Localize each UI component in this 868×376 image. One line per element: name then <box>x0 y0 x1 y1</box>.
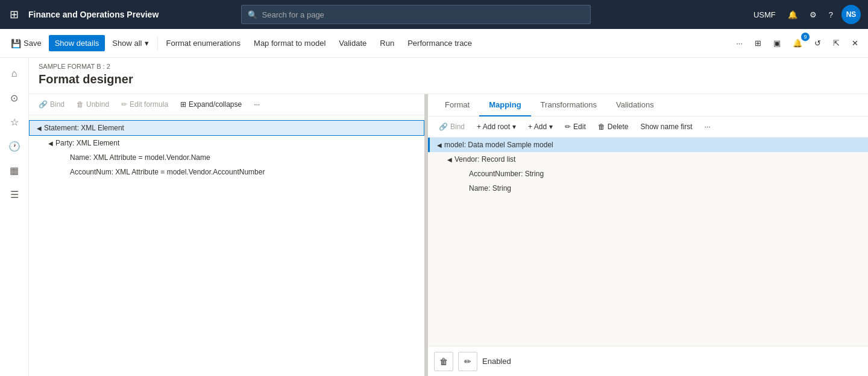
mapping-item-label: Name: String <box>469 184 511 193</box>
search-bar[interactable]: 🔍 <box>241 5 591 24</box>
tab-mapping[interactable]: Mapping <box>479 94 530 116</box>
breadcrumb-area: SAMPLE FORMAT B : 2 Format designer <box>29 58 868 94</box>
format-enumerations-button[interactable]: Format enumerations <box>160 35 247 51</box>
pencil-icon: ✏ <box>565 123 571 131</box>
app-options-icon[interactable]: ⊞ <box>750 35 766 51</box>
left-sidebar: ⌂ ⊙ ☆ 🕐 ▦ ☰ <box>0 58 29 376</box>
unbind-button[interactable]: 🗑 Unbind <box>72 98 114 111</box>
mapping-tree-item[interactable]: ◀ Vendor: Record list <box>428 152 868 167</box>
mapping-toolbar: 🔗 Bind + Add root ▾ + Add ▾ ✏ Edit <box>428 116 868 138</box>
badge-icon[interactable]: 🔔9 <box>788 35 807 51</box>
settings-icon[interactable]: ⚙ <box>806 8 820 22</box>
tab-format[interactable]: Format <box>435 94 479 116</box>
content-area: SAMPLE FORMAT B : 2 Format designer 🔗 Bi… <box>29 58 868 376</box>
format-tree: ◀ Statement: XML Element ◀ Party: XML El… <box>29 115 424 376</box>
tree-item-label: AccountNum: XML Attribute = model.Vendor… <box>70 168 265 176</box>
sidebar-list-icon[interactable]: ☰ <box>4 183 25 205</box>
bottom-edit-button[interactable]: ✏ <box>458 352 477 371</box>
bottom-delete-button[interactable]: 🗑 <box>434 352 453 371</box>
sidebar-workspaces-icon[interactable]: ▦ <box>4 159 25 181</box>
save-icon: 💾 <box>11 39 21 48</box>
tree-item[interactable]: ◀ Statement: XML Element <box>29 120 424 136</box>
pencil-icon: ✏ <box>121 100 127 109</box>
notification-icon[interactable]: 🔔 <box>784 8 801 22</box>
help-icon[interactable]: ? <box>825 8 837 22</box>
bottom-strip: 🗑 ✏ Enabled <box>428 346 868 376</box>
tab-validations[interactable]: Validations <box>606 94 664 116</box>
avatar[interactable]: NS <box>841 5 861 24</box>
format-more-button[interactable]: ··· <box>249 98 265 111</box>
tree-toggle-collapse[interactable]: ◀ <box>34 123 44 133</box>
edit-button[interactable]: ✏ Edit <box>560 120 591 133</box>
nav-right-area: USMF 🔔 ⚙ ? NS <box>750 5 861 24</box>
page-title: Format designer <box>39 70 858 91</box>
status-label: Enabled <box>482 357 511 366</box>
tree-item[interactable]: ▶ Name: XML Attribute = model.Vendor.Nam… <box>29 150 424 165</box>
tree-item-label: Party: XML Element <box>55 139 119 147</box>
separator-1 <box>157 36 158 51</box>
sidebar-recent-icon[interactable]: 🕐 <box>4 135 25 157</box>
breadcrumb: SAMPLE FORMAT B : 2 <box>39 63 858 70</box>
validate-button[interactable]: Validate <box>333 35 373 51</box>
designer-area: 🔗 Bind 🗑 Unbind ✏ Edit formula ⊞ Expand/… <box>29 94 868 376</box>
add-root-button[interactable]: + Add root ▾ <box>472 120 521 133</box>
search-input[interactable] <box>262 10 584 19</box>
show-all-button[interactable]: Show all ▾ <box>106 35 154 51</box>
expand-collapse-button[interactable]: ⊞ Expand/collapse <box>175 98 247 111</box>
sidebar-home-icon[interactable]: ⌂ <box>4 63 25 84</box>
unlink-icon: 🗑 <box>77 100 84 109</box>
show-details-button[interactable]: Show details <box>49 35 105 51</box>
grid-icon[interactable]: ⊞ <box>7 5 21 24</box>
search-icon: 🔍 <box>248 10 257 19</box>
mapping-panel: Format Mapping Transformations Validatio… <box>428 94 868 376</box>
delete-button[interactable]: 🗑 Delete <box>593 120 634 133</box>
mapping-item-label: AccountNumber: String <box>469 170 544 178</box>
more-commands-icon[interactable]: ··· <box>731 35 747 51</box>
main-layout: ⌂ ⊙ ☆ 🕐 ▦ ☰ SAMPLE FORMAT B : 2 Format d… <box>0 58 868 376</box>
mapping-tree[interactable]: ◀ model: Data model Sample model ◀ Vendo… <box>428 138 868 346</box>
save-button[interactable]: 💾 Save <box>5 35 48 52</box>
map-format-to-model-button[interactable]: Map format to model <box>248 35 332 51</box>
link-icon: 🔗 <box>439 123 448 131</box>
chevron-down-icon: ▾ <box>145 39 149 48</box>
new-window-icon[interactable]: ⇱ <box>828 35 844 51</box>
performance-trace-button[interactable]: Performance trace <box>401 35 478 51</box>
top-navigation: ⊞ Finance and Operations Preview 🔍 USMF … <box>0 0 868 29</box>
pencil-icon: ✏ <box>464 357 471 366</box>
trash-icon: 🗑 <box>439 357 448 366</box>
mapping-toggle[interactable]: ◀ <box>445 156 454 163</box>
environment-label: USMF <box>750 8 779 22</box>
refresh-icon[interactable]: ↺ <box>810 35 826 51</box>
mapping-item-label: model: Data model Sample model <box>444 141 553 149</box>
trash-icon: 🗑 <box>598 123 605 131</box>
tab-transformations[interactable]: Transformations <box>531 94 606 116</box>
chevron-down-icon: ▾ <box>549 123 553 131</box>
mapping-item-label: Vendor: Record list <box>454 155 515 164</box>
mapping-toggle[interactable]: ◀ <box>435 142 444 148</box>
panel-tabs: Format Mapping Transformations Validatio… <box>428 94 868 116</box>
sidebar-favorites-icon[interactable]: ☆ <box>4 111 25 133</box>
tree-item-label: Name: XML Attribute = model.Vendor.Name <box>70 153 210 162</box>
run-button[interactable]: Run <box>374 35 400 51</box>
mapping-tree-item[interactable]: ▶ Name: String <box>428 181 868 196</box>
format-panel: 🔗 Bind 🗑 Unbind ✏ Edit formula ⊞ Expand/… <box>29 94 426 376</box>
tree-item[interactable]: ◀ Party: XML Element <box>29 136 424 150</box>
app-title: Finance and Operations Preview <box>28 10 159 19</box>
command-bar: 💾 Save Show details Show all ▾ Format en… <box>0 29 868 58</box>
expand-icon: ⊞ <box>180 100 186 109</box>
show-name-first-button[interactable]: Show name first <box>635 120 697 133</box>
close-icon[interactable]: ✕ <box>847 35 863 51</box>
mapping-more-button[interactable]: ··· <box>700 120 715 133</box>
mapping-bind-button[interactable]: 🔗 Bind <box>434 120 470 133</box>
sidebar-filter-icon[interactable]: ⊙ <box>4 87 25 109</box>
format-toolbar: 🔗 Bind 🗑 Unbind ✏ Edit formula ⊞ Expand/… <box>29 94 424 115</box>
tree-toggle-collapse[interactable]: ◀ <box>46 138 55 148</box>
mapping-tree-item[interactable]: ◀ model: Data model Sample model <box>428 138 868 152</box>
panel-icon[interactable]: ▣ <box>769 35 785 51</box>
link-icon: 🔗 <box>39 100 48 109</box>
bind-button[interactable]: 🔗 Bind <box>34 98 69 111</box>
edit-formula-button[interactable]: ✏ Edit formula <box>116 98 173 111</box>
add-button[interactable]: + Add ▾ <box>523 120 558 133</box>
mapping-tree-item[interactable]: ▶ AccountNumber: String <box>428 167 868 181</box>
tree-item[interactable]: ▶ AccountNum: XML Attribute = model.Vend… <box>29 165 424 179</box>
